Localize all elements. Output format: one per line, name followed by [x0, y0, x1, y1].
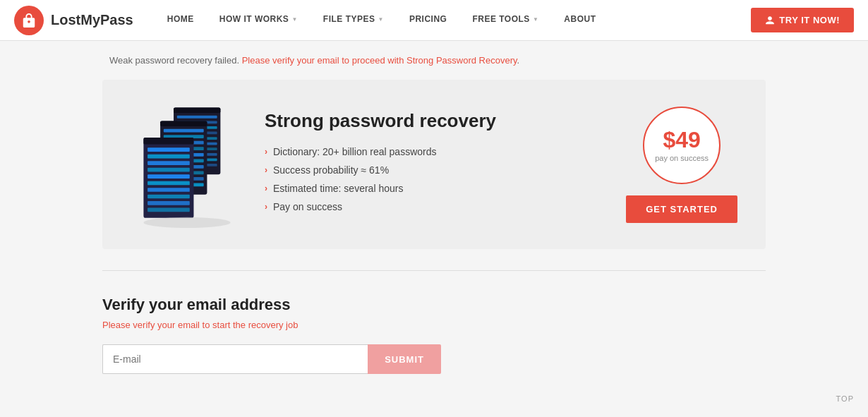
header: LostMyPass HOME HOW IT WORKS ▼ FILE TYPE… — [0, 0, 868, 41]
nav-pricing[interactable]: PRICING — [397, 0, 460, 41]
servers-svg — [134, 101, 240, 228]
svg-rect-25 — [143, 138, 193, 144]
nav-file-types[interactable]: FILE TYPES ▼ — [311, 0, 397, 41]
feature-item-3: › Estimated time: several hours — [265, 183, 605, 194]
user-icon — [765, 16, 775, 25]
svg-rect-32 — [147, 188, 190, 192]
chevron-down-icon: ▼ — [378, 16, 383, 23]
feature-item-4: › Pay on success — [265, 201, 605, 212]
feature-list: › Dictionary: 20+ billion real passwords… — [265, 146, 605, 212]
svg-rect-27 — [147, 155, 190, 159]
svg-rect-31 — [147, 181, 190, 186]
warning-message: Weak password recovery failed. Please ve… — [102, 55, 766, 66]
feature-item-2: › Success probability ≈ 61% — [265, 164, 605, 176]
svg-rect-29 — [147, 168, 190, 172]
verify-title: Verify your email address — [102, 296, 766, 314]
server-illustration — [131, 101, 243, 228]
chevron-down-icon: ▼ — [291, 16, 297, 23]
svg-rect-2 — [177, 116, 217, 119]
svg-rect-30 — [147, 174, 190, 179]
svg-rect-26 — [147, 147, 190, 152]
card-title: Strong password recovery — [265, 110, 605, 132]
svg-rect-13 — [160, 121, 207, 126]
chevron-right-icon: › — [265, 202, 267, 212]
price-area: $49 pay on success GET STARTED — [626, 107, 737, 223]
logo[interactable]: LostMyPass — [14, 6, 133, 35]
price-label: pay on success — [655, 154, 709, 162]
chevron-right-icon: › — [265, 147, 267, 157]
price-circle: $49 pay on success — [643, 107, 721, 184]
chevron-down-icon: ▼ — [533, 16, 538, 23]
section-divider — [102, 270, 766, 271]
submit-button[interactable]: SUBMIT — [368, 344, 441, 374]
svg-rect-14 — [164, 129, 204, 133]
verify-email-link[interactable]: Please verify your email to proceed with… — [242, 55, 517, 66]
svg-point-36 — [143, 217, 230, 228]
verify-subtitle: Please verify your email to start the re… — [102, 320, 766, 330]
logo-text: LostMyPass — [51, 12, 133, 28]
price-amount: $49 — [663, 128, 700, 151]
logo-icon — [14, 6, 44, 35]
recovery-card: Strong password recovery › Dictionary: 2… — [102, 80, 766, 249]
nav-free-tools[interactable]: FREE TOOLS ▼ — [459, 0, 551, 41]
lock-icon — [21, 13, 37, 28]
card-info: Strong password recovery › Dictionary: 2… — [265, 110, 605, 219]
feature-item-1: › Dictionary: 20+ billion real passwords — [265, 146, 605, 157]
main-nav: HOME HOW IT WORKS ▼ FILE TYPES ▼ PRICING… — [155, 0, 745, 41]
email-form: SUBMIT — [102, 344, 441, 374]
chevron-right-icon: › — [265, 183, 267, 193]
email-input[interactable] — [102, 344, 368, 374]
svg-rect-1 — [174, 107, 220, 113]
try-it-now-button[interactable]: TRY IT NOW! — [751, 8, 854, 32]
get-started-button[interactable]: GET STARTED — [626, 195, 737, 223]
chevron-right-icon: › — [265, 165, 267, 175]
nav-about[interactable]: ABOUT — [551, 0, 608, 41]
svg-rect-28 — [147, 161, 190, 165]
svg-rect-33 — [147, 195, 190, 199]
nav-home[interactable]: HOME — [155, 0, 207, 41]
svg-rect-34 — [147, 201, 190, 205]
main-content: Weak password recovery failed. Please ve… — [88, 41, 780, 395]
top-link[interactable]: TOP — [836, 394, 854, 395]
verify-section: Verify your email address Please verify … — [102, 289, 766, 381]
svg-rect-35 — [147, 208, 190, 212]
nav-how-it-works[interactable]: HOW IT WORKS ▼ — [207, 0, 311, 41]
